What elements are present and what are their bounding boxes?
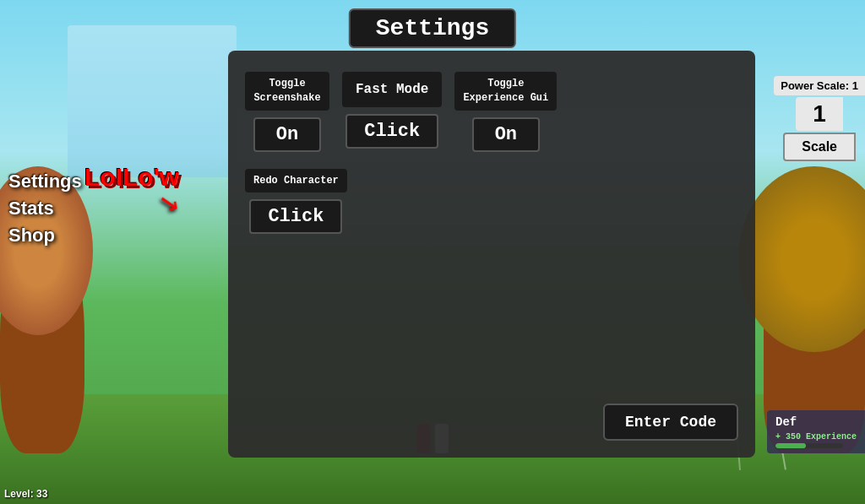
enter-code-button[interactable]: Enter Code: [603, 404, 738, 441]
setting-fastmode: Fast Mode Click: [342, 72, 442, 149]
setting-fastmode-button[interactable]: Click: [345, 114, 438, 149]
settings-row-1: Toggle Screenshake On Fast Mode Click To…: [245, 72, 738, 152]
settings-row-2: Redo Character Click: [245, 169, 738, 235]
background-buildings: [68, 25, 237, 177]
setting-screenshake-label: Toggle Screenshake: [245, 72, 329, 111]
level-display: Level: 33: [4, 488, 47, 500]
settings-grid: Toggle Screenshake On Fast Mode Click To…: [245, 72, 738, 234]
settings-title: Settings: [349, 8, 516, 48]
settings-title-bar: Settings: [349, 8, 516, 48]
sidebar-item-shop[interactable]: Shop: [0, 223, 90, 248]
exp-bar-fill: [775, 443, 806, 448]
power-scale-panel: Power Scale: 1 1 Scale: [774, 76, 865, 161]
def-label: Def: [775, 415, 857, 429]
exp-bar: [775, 443, 843, 448]
scale-button[interactable]: Scale: [783, 133, 856, 161]
settings-modal: Toggle Screenshake On Fast Mode Click To…: [228, 51, 755, 458]
exp-container: + 350 Experience: [775, 432, 857, 448]
setting-redo-character-button[interactable]: Click: [249, 199, 342, 234]
sidebar-item-settings[interactable]: Settings: [0, 169, 90, 194]
power-scale-label: Power Scale: 1: [774, 76, 865, 95]
setting-expgui: Toggle Experience Gui On: [454, 72, 557, 152]
setting-redo-character-label: Redo Character: [245, 169, 347, 193]
def-panel: Def + 350 Experience: [767, 410, 865, 453]
exp-label: + 350 Experience: [775, 432, 857, 442]
power-scale-value: 1: [796, 97, 843, 131]
setting-fastmode-label: Fast Mode: [342, 72, 442, 107]
username-overlay: LoILo'w ↙: [84, 165, 179, 227]
setting-screenshake-button[interactable]: On: [253, 117, 321, 152]
setting-expgui-button[interactable]: On: [472, 117, 540, 152]
sidebar-item-stats[interactable]: Stats: [0, 196, 90, 221]
setting-expgui-label: Toggle Experience Gui: [454, 72, 557, 111]
side-menu: Settings Stats Shop: [0, 169, 90, 248]
setting-redo-character: Redo Character Click: [245, 169, 347, 235]
setting-screenshake: Toggle Screenshake On: [245, 72, 329, 152]
